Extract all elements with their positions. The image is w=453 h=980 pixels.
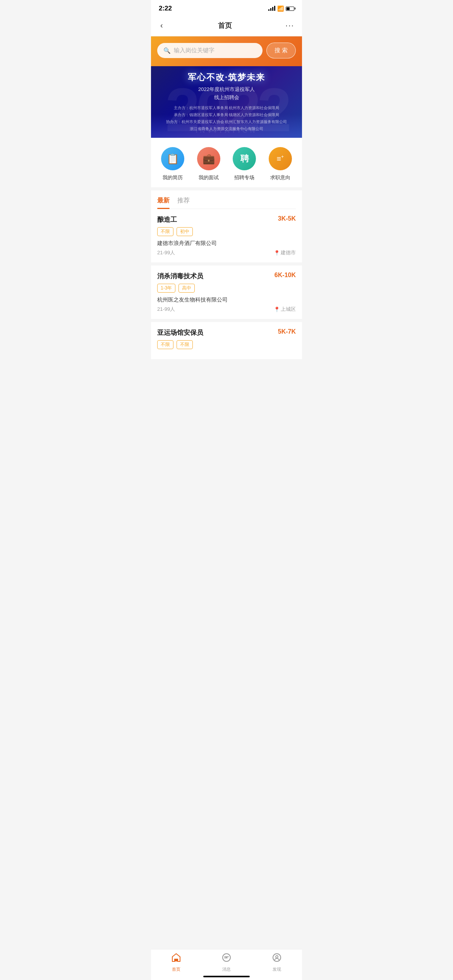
search-area: 🔍 输入岗位关键字 搜 索: [151, 36, 302, 66]
battery-icon: [286, 7, 294, 11]
job-company-1: 建德市浪舟酒厂有限公司: [157, 240, 296, 247]
quick-icon-fair[interactable]: 聘 招聘专场: [233, 147, 256, 181]
quick-icons: 📋 我的简历 💼 我的面试 聘 招聘专场 ≡+ 求职意向: [151, 138, 302, 187]
intent-icon: ≡+: [269, 147, 292, 170]
more-button[interactable]: ···: [285, 21, 294, 30]
banner: 2022 军心不改·筑梦未来 2022年度杭州市退役军人 线上招聘会 主办方：杭…: [151, 66, 302, 138]
quick-icon-intent[interactable]: ≡+ 求职意向: [269, 147, 292, 181]
search-placeholder: 输入岗位关键字: [174, 47, 214, 54]
tabs-section: 最新 推荐: [151, 190, 302, 209]
job-title-3: 亚运场馆安保员: [157, 328, 203, 337]
job-tag: 不限: [157, 227, 173, 236]
job-size-1: 21-99人: [157, 249, 175, 256]
job-tag: 高中: [178, 284, 195, 293]
job-tag: 不限: [157, 340, 173, 349]
tab-recommend[interactable]: 推荐: [177, 197, 190, 209]
job-card-2[interactable]: 消杀消毒技术员 6K-10K 1-3年 高中 杭州医之友生物科技有限公司 21-…: [151, 266, 302, 322]
job-tag: 不限: [177, 340, 193, 349]
intent-label: 求职意向: [270, 174, 290, 181]
job-header-1: 酿造工 3K-5K: [157, 215, 296, 224]
job-card-1[interactable]: 酿造工 3K-5K 不限 初中 建德市浪舟酒厂有限公司 21-99人 📍 建德市: [151, 209, 302, 266]
job-tag: 初中: [177, 227, 193, 236]
fair-icon: 聘: [233, 147, 256, 170]
job-title-1: 酿造工: [157, 215, 177, 224]
wifi-icon: 📶: [277, 5, 284, 12]
job-size-2: 21-99人: [157, 306, 175, 313]
job-location-2: 📍 上城区: [274, 306, 296, 313]
banner-main-title: 军心不改·筑梦未来: [166, 72, 287, 83]
job-header-2: 消杀消毒技术员 6K-10K: [157, 272, 296, 281]
tab-latest[interactable]: 最新: [157, 197, 170, 209]
jobs-list: 酿造工 3K-5K 不限 初中 建德市浪舟酒厂有限公司 21-99人 📍 建德市…: [151, 209, 302, 362]
banner-sub-title: 2022年度杭州市退役军人 线上招聘会: [166, 86, 287, 102]
signal-icon: [268, 6, 275, 11]
job-footer-2: 21-99人 📍 上城区: [157, 306, 296, 313]
job-salary-3: 5K-7K: [278, 328, 296, 335]
search-bar: 🔍 输入岗位关键字 搜 索: [157, 43, 296, 58]
job-title-2: 消杀消毒技术员: [157, 272, 203, 281]
banner-org: 主办方：杭州市退役军人事务局 杭州市人力资源和社会保障局 承办方：钱塘区退役军人…: [166, 105, 287, 132]
job-footer-1: 21-99人 📍 建德市: [157, 249, 296, 256]
job-header-3: 亚运场馆安保员 5K-7K: [157, 328, 296, 337]
status-icons: 📶: [268, 5, 294, 12]
interview-icon: 💼: [197, 147, 220, 170]
banner-content: 军心不改·筑梦未来 2022年度杭州市退役军人 线上招聘会 主办方：杭州市退役军…: [166, 72, 287, 133]
status-time: 2:22: [159, 5, 172, 12]
job-tag: 1-3年: [157, 284, 175, 293]
job-salary-1: 3K-5K: [278, 215, 296, 222]
interview-label: 我的面试: [199, 174, 219, 181]
job-salary-2: 6K-10K: [275, 272, 296, 279]
fair-label: 招聘专场: [234, 174, 254, 181]
page-title: 首页: [218, 21, 232, 30]
tabs-row: 最新 推荐: [157, 197, 296, 209]
job-company-2: 杭州医之友生物科技有限公司: [157, 296, 296, 303]
resume-icon: 📋: [161, 147, 184, 170]
location-pin-icon: 📍: [274, 307, 280, 312]
job-tags-1: 不限 初中: [157, 227, 296, 236]
status-bar: 2:22 📶: [151, 0, 302, 15]
nav-bar: ‹ 首页 ···: [151, 15, 302, 36]
job-tags-2: 1-3年 高中: [157, 284, 296, 293]
search-icon: 🔍: [163, 47, 171, 54]
back-button[interactable]: ‹: [159, 19, 165, 31]
quick-icon-interview[interactable]: 💼 我的面试: [197, 147, 220, 181]
job-location-1: 📍 建德市: [274, 249, 296, 256]
job-card-3[interactable]: 亚运场馆安保员 5K-7K 不限 不限: [151, 322, 302, 362]
resume-label: 我的简历: [163, 174, 183, 181]
search-button[interactable]: 搜 索: [266, 43, 296, 58]
job-tags-3: 不限 不限: [157, 340, 296, 349]
search-input-wrap[interactable]: 🔍 输入岗位关键字: [157, 43, 263, 58]
location-pin-icon: 📍: [274, 250, 280, 256]
quick-icon-resume[interactable]: 📋 我的简历: [161, 147, 184, 181]
